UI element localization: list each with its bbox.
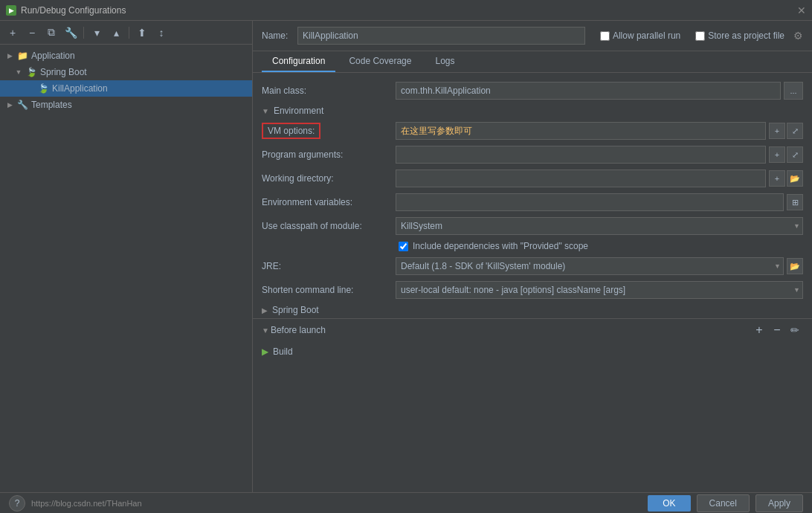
working-directory-row: Working directory: + 📂 — [253, 167, 812, 190]
templates-label: Templates — [31, 100, 72, 110]
program-args-add-button[interactable]: + — [769, 146, 785, 163]
arrow-down-button[interactable]: ▾ — [88, 25, 105, 41]
include-deps-checkbox[interactable] — [399, 242, 408, 251]
cancel-button[interactable]: Cancel — [697, 494, 750, 512]
tab-configuration[interactable]: Configuration — [262, 51, 335, 72]
working-directory-label: Working directory: — [262, 173, 396, 184]
program-arguments-input[interactable] — [396, 146, 766, 164]
tree-item-application[interactable]: ▶ 📁 Application — [0, 48, 252, 64]
program-args-expand-button[interactable]: ⤢ — [787, 146, 803, 163]
before-launch-label: Before launch — [271, 325, 326, 335]
build-launch-item[interactable]: ▶ Build — [262, 344, 803, 359]
vm-options-expand-button[interactable]: ⤢ — [787, 123, 803, 139]
before-launch-arrow-icon: ▼ — [262, 326, 269, 335]
tab-code-coverage[interactable]: Code Coverage — [338, 51, 422, 72]
working-dir-buttons: + 📂 — [769, 170, 803, 187]
use-classpath-label: Use classpath of module: — [262, 221, 396, 231]
spring-boot-section-label: Spring Boot — [272, 305, 319, 315]
shorten-cmdline-select[interactable]: user-local default: none - java [options… — [396, 281, 803, 299]
shorten-cmdline-row: Shorten command line: user-local default… — [253, 278, 812, 302]
title-bar-left: ▶ Run/Debug Configurations — [6, 5, 126, 16]
store-check-container: Store as project file — [695, 30, 784, 41]
jre-select[interactable]: Default (1.8 - SDK of 'KillSystem' modul… — [396, 257, 784, 275]
templates-arrow-icon: ▶ — [6, 101, 13, 109]
main-class-row: Main class: ... — [253, 79, 812, 103]
ok-button[interactable]: OK — [648, 495, 690, 512]
working-directory-input[interactable] — [396, 170, 766, 187]
tree-item-kill-application[interactable]: 🍃 KillApplication — [0, 80, 252, 97]
store-project-checkbox[interactable] — [695, 31, 705, 41]
before-launch-items: ▶ Build — [253, 341, 812, 362]
close-button[interactable]: ✕ — [797, 4, 806, 16]
settings-gear-icon[interactable]: ⚙ — [793, 30, 803, 42]
vm-options-label: VM options: — [262, 123, 320, 139]
env-vars-table-button[interactable]: ⊞ — [787, 194, 803, 210]
status-right: OK Cancel Apply — [648, 494, 803, 512]
parallel-run-checkbox[interactable] — [600, 31, 610, 41]
vm-options-add-button[interactable]: + — [769, 123, 785, 139]
spring-arrow-icon: ▼ — [15, 68, 22, 76]
spring-boot-section-header[interactable]: ▶ Spring Boot — [253, 302, 812, 318]
tabs-bar: Configuration Code Coverage Logs — [253, 51, 812, 73]
application-label: Application — [31, 51, 75, 61]
vm-options-input[interactable] — [396, 122, 766, 140]
working-dir-add-button[interactable]: + — [769, 170, 785, 187]
jre-buttons: 📂 — [787, 258, 803, 274]
wrench-icon: 🔧 — [16, 99, 28, 111]
add-button[interactable]: + — [4, 25, 21, 41]
shorten-cmdline-label: Shorten command line: — [262, 285, 396, 295]
title-bar: ▶ Run/Debug Configurations ✕ — [0, 0, 812, 21]
status-left: ? https://blog.csdn.net/THanHan — [9, 495, 142, 512]
include-deps-label: Include dependencies with "Provided" sco… — [413, 241, 588, 251]
before-launch-actions: + − ✏ — [751, 322, 803, 338]
environment-variables-row: Environment variables: ⊞ — [253, 190, 812, 214]
working-dir-folder-button[interactable]: 📂 — [787, 170, 803, 187]
before-launch-section: ▼ Before launch + − ✏ ▶ Build — [253, 318, 812, 362]
build-item-label: Build — [273, 346, 293, 357]
url-text: https://blog.csdn.net/THanHan — [31, 499, 142, 508]
copy-button[interactable]: ⧉ — [43, 25, 59, 41]
arrow-icon: ▶ — [6, 52, 13, 59]
tree-item-templates[interactable]: ▶ 🔧 Templates — [0, 97, 252, 113]
config-button[interactable]: 🔧 — [62, 25, 79, 41]
main-class-input-wrapper: ... — [396, 82, 803, 100]
environment-section-header[interactable]: ▼ Environment — [253, 103, 812, 119]
main-class-browse-button[interactable]: ... — [784, 82, 803, 100]
spring-icon: 🍃 — [25, 66, 37, 78]
vm-options-row: VM options: + ⤢ — [253, 119, 812, 143]
name-input[interactable] — [297, 27, 585, 45]
before-launch-add-button[interactable]: + — [751, 322, 767, 338]
parallel-check-container: Allow parallel run — [600, 30, 680, 41]
kill-application-label: KillApplication — [52, 83, 108, 94]
before-launch-remove-button[interactable]: − — [769, 322, 785, 338]
separator2 — [129, 27, 129, 39]
jre-select-wrapper: Default (1.8 - SDK of 'KillSystem' modul… — [396, 257, 784, 275]
config-content: Main class: ... ▼ Environment VM options… — [253, 73, 812, 492]
sort-button[interactable]: ⬆ — [134, 25, 150, 41]
spring-boot-arrow-icon: ▶ — [262, 306, 268, 314]
vm-options-buttons: + ⤢ — [769, 123, 803, 139]
share-button[interactable]: ↕ — [153, 25, 170, 41]
right-panel: Name: Allow parallel run Store as projec… — [253, 21, 812, 492]
tab-logs[interactable]: Logs — [425, 51, 465, 72]
toolbar: + − ⧉ 🔧 ▾ ▴ ⬆ ↕ — [0, 21, 252, 45]
remove-button[interactable]: − — [24, 25, 40, 41]
environment-variables-input[interactable] — [396, 193, 784, 211]
jre-label: JRE: — [262, 261, 396, 271]
classpath-select-wrapper: KillSystem — [396, 217, 803, 235]
include-deps-row: Include dependencies with "Provided" sco… — [253, 238, 812, 254]
help-button[interactable]: ? — [9, 495, 25, 512]
classpath-module-select[interactable]: KillSystem — [396, 217, 803, 235]
run-debug-icon: ▶ — [6, 5, 16, 16]
arrow-up-button[interactable]: ▴ — [108, 25, 124, 41]
tree-container: ▶ 📁 Application ▼ 🍃 Spring Boot 🍃 KillAp… — [0, 45, 252, 492]
classpath-module-row: Use classpath of module: KillSystem — [253, 214, 812, 238]
tree-item-spring-boot[interactable]: ▼ 🍃 Spring Boot — [0, 64, 252, 80]
before-launch-header: ▼ Before launch + − ✏ — [253, 319, 812, 341]
env-vars-buttons: ⊞ — [787, 194, 803, 210]
before-launch-edit-button[interactable]: ✏ — [787, 322, 803, 338]
jre-folder-button[interactable]: 📂 — [787, 258, 803, 274]
main-class-input[interactable] — [396, 82, 781, 100]
shorten-cmdline-select-wrapper: user-local default: none - java [options… — [396, 281, 803, 299]
apply-button[interactable]: Apply — [755, 494, 803, 512]
